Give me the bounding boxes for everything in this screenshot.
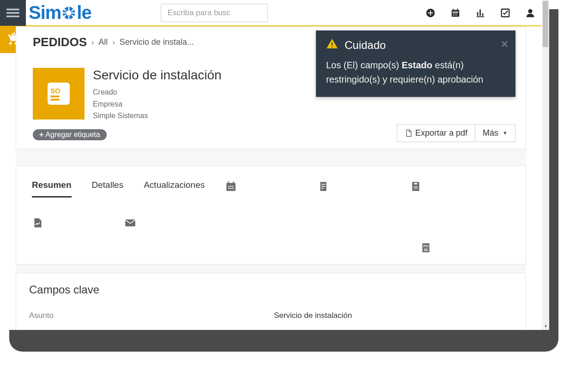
quick-create-button[interactable]: [425, 8, 436, 18]
toast-body: Los (El) campo(s) Estado está(n) restrin…: [326, 58, 505, 87]
app-logo: Simle: [29, 2, 91, 23]
scrollbar[interactable]: ▾: [542, 0, 549, 330]
svg-point-42: [228, 185, 230, 187]
svg-point-47: [232, 188, 234, 189]
reports-button[interactable]: [475, 8, 485, 18]
calendar-button[interactable]: [450, 8, 461, 18]
svg-rect-22: [453, 13, 454, 14]
svg-rect-5: [68, 16, 70, 19]
tab-resumen[interactable]: Resumen: [32, 176, 72, 197]
top-icon-bar: [425, 8, 535, 18]
record-header-card: PEDIDOS › All › Servicio de instala... S…: [16, 26, 526, 149]
checkbox-icon: [500, 8, 510, 18]
tab-detalles[interactable]: Detalles: [92, 176, 124, 197]
key-fields-card: Campos clave Asunto Servicio de instalac…: [16, 273, 526, 330]
invoice-icon: [32, 217, 44, 229]
breadcrumb-sep-icon: ›: [91, 38, 94, 47]
tabs-card: Resumen Detalles Actualizaciones: [16, 166, 526, 264]
svg-point-44: [232, 185, 234, 187]
add-tag-button[interactable]: + Agregar etiqueta: [33, 129, 107, 140]
user-icon: [525, 8, 535, 18]
svg-rect-38: [332, 46, 333, 47]
svg-point-12: [66, 10, 72, 16]
content-area: PEDIDOS › All › Servicio de instala... S…: [16, 26, 526, 330]
more-actions-button[interactable]: Más ▼: [475, 124, 515, 142]
record-org-label: Empresa: [93, 98, 222, 110]
svg-rect-19: [453, 8, 454, 11]
svg-rect-50: [321, 188, 324, 189]
field-row: Asunto Servicio de instalación: [29, 305, 513, 326]
tab-documents[interactable]: [317, 180, 329, 192]
svg-text:PO: PO: [424, 244, 429, 248]
svg-rect-23: [455, 13, 455, 14]
svg-rect-30: [479, 9, 481, 16]
svg-rect-0: [6, 8, 19, 10]
svg-rect-27: [456, 14, 457, 15]
field-row: Nº de Pedido SO1: [29, 326, 513, 330]
svg-rect-16: [428, 12, 433, 13]
search-input[interactable]: [168, 8, 266, 18]
key-fields-title: Campos clave: [29, 283, 513, 296]
top-bar: Simle: [0, 0, 549, 26]
svg-rect-40: [228, 181, 229, 184]
plus-circle-icon: [425, 8, 436, 18]
field-label: Asunto: [29, 311, 274, 320]
svg-rect-41: [233, 181, 234, 184]
svg-point-46: [230, 188, 232, 189]
tasks-button[interactable]: [500, 8, 510, 18]
svg-rect-53: [414, 186, 418, 187]
menu-toggle-button[interactable]: [0, 0, 26, 26]
logo-gear-icon: [61, 6, 76, 20]
user-menu-button[interactable]: [525, 8, 535, 18]
document-icon: [317, 180, 329, 192]
breadcrumb-root[interactable]: PEDIDOS: [33, 35, 87, 49]
tab-emails[interactable]: [124, 217, 136, 229]
svg-rect-7: [72, 12, 75, 13]
svg-rect-26: [455, 14, 455, 15]
svg-rect-28: [477, 16, 485, 17]
calendar-grid-icon: [225, 180, 237, 192]
field-value: Servicio de instalación: [274, 311, 352, 320]
quote-doc-icon: [410, 180, 422, 192]
svg-rect-48: [321, 184, 326, 185]
svg-point-43: [230, 185, 232, 187]
svg-rect-49: [321, 186, 326, 187]
tab-quotes[interactable]: [410, 180, 422, 192]
toast-close-button[interactable]: ×: [501, 37, 508, 51]
scroll-down-icon[interactable]: ▾: [542, 323, 549, 330]
calendar-icon: [450, 8, 461, 18]
tab-purchase-orders[interactable]: PO: [420, 242, 432, 254]
po-doc-icon: PO: [420, 242, 432, 254]
svg-point-45: [228, 188, 230, 189]
global-search[interactable]: [161, 4, 268, 22]
toast-title: Cuidado: [345, 39, 386, 52]
breadcrumb-current: Servicio de instala...: [120, 37, 194, 47]
svg-rect-34: [12, 34, 13, 37]
plus-icon: +: [39, 131, 43, 139]
scrollbar-thumb[interactable]: [543, 1, 548, 47]
breadcrumb-sep-icon: ›: [112, 38, 115, 47]
warning-icon: [326, 38, 338, 53]
pdf-file-icon: [405, 129, 412, 137]
svg-rect-6: [63, 12, 66, 13]
tab-actualizaciones[interactable]: Actualizaciones: [144, 176, 205, 197]
svg-rect-29: [477, 12, 479, 16]
breadcrumb-level1[interactable]: All: [98, 37, 108, 47]
svg-rect-24: [456, 13, 457, 14]
svg-rect-54: [414, 188, 418, 188]
tab-invoices[interactable]: [32, 217, 44, 229]
svg-rect-2: [6, 15, 19, 17]
record-type-badge: SO: [33, 68, 85, 120]
record-title: Servicio de instalación: [93, 68, 222, 83]
svg-rect-20: [457, 8, 458, 11]
app-viewport: Simle: [0, 0, 549, 330]
svg-rect-31: [482, 13, 484, 15]
record-actions: Exportar a pdf Más ▼: [397, 124, 515, 142]
svg-rect-1: [6, 12, 19, 14]
warning-toast: × Cuidado Los (El) campo(s) Estado está(…: [316, 30, 515, 97]
export-pdf-button[interactable]: Exportar a pdf: [397, 124, 475, 142]
svg-rect-37: [332, 42, 333, 46]
svg-rect-55: [125, 219, 135, 226]
tab-events[interactable]: [225, 180, 237, 192]
record-status: Creado: [93, 86, 222, 98]
